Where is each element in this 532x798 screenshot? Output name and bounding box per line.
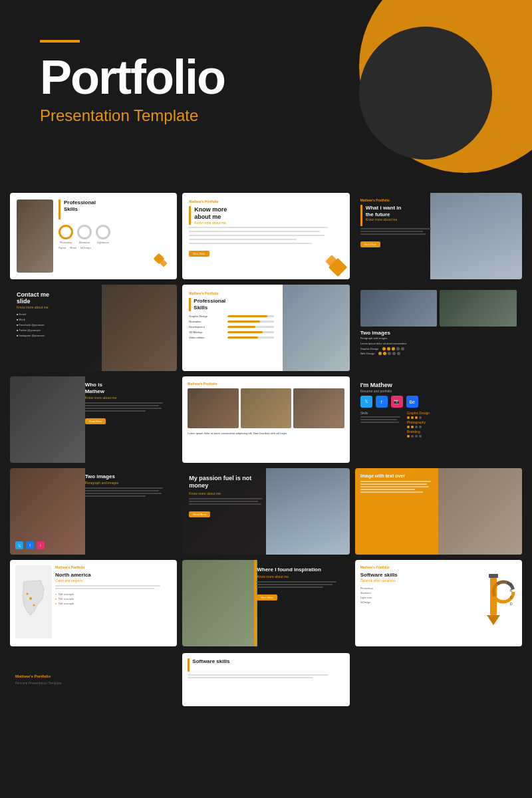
svg-point-2 (29, 597, 32, 600)
slide-bottom-logo[interactable]: Mathew's Portfolio Resume Presentation T… (10, 653, 177, 706)
slide-passion[interactable]: My passion fuel is not money Know more a… (182, 468, 349, 555)
skill-label: Graphic Design (360, 347, 379, 350)
slide-placeholder (355, 653, 522, 706)
slide-content: My passion fuel is not money Know more a… (188, 473, 344, 519)
instagram-icon[interactable]: 📷 (391, 396, 403, 408)
slide-title: My passion fuel is not money (189, 475, 266, 489)
skill-video: Video edition (189, 336, 274, 339)
slide-subtitle: Know more about me (257, 575, 345, 579)
skill-lightroom: Lightroom (360, 596, 464, 599)
behance-icon[interactable]: Bé (406, 396, 418, 408)
slide-logo: Mathew's Portfolio (55, 565, 172, 569)
text-line (55, 588, 154, 589)
slide-two-images-2[interactable]: Two images Paragraph and images 𝕏 f i (10, 468, 177, 555)
read-more-button[interactable]: Read More (85, 418, 106, 424)
slide-photo (10, 376, 85, 463)
contact-work: ■ Work (17, 318, 170, 321)
instagram-icon[interactable]: i (37, 541, 45, 549)
slide-who-is[interactable]: Who isMathew Know more about me Read Mor… (10, 376, 177, 463)
contact-email: ■ Email (17, 313, 170, 316)
slide-subtitle: Know more about me (85, 396, 172, 400)
text-line (189, 231, 320, 232)
slide-north-america[interactable]: Mathew's Portfolio North america Client … (10, 560, 177, 646)
slide-software-skills-2[interactable]: Software skills (182, 653, 349, 706)
skill-label: Web Design (360, 352, 375, 355)
slide-subtitle: Client and projects (55, 579, 172, 583)
slide-professional-skills[interactable]: ProfessionalSkills Photoshop Illustrator… (10, 193, 177, 279)
slide-content: Two images Paragraph and images (85, 473, 172, 498)
slide-content: Where I found inspiration Know more abou… (257, 567, 345, 601)
slide-content: Mathew's Portfolio Software skills Optio… (360, 565, 467, 641)
slide-subtitle: Know more about me (194, 221, 227, 225)
dots-row (378, 352, 400, 355)
slide-image-text[interactable]: Image with text over (355, 468, 522, 555)
tool-label: Figma (59, 246, 66, 249)
twitter-icon[interactable]: 𝕏 (360, 396, 372, 408)
dot (407, 435, 410, 438)
slide-photo (182, 560, 257, 646)
skill-fill (227, 315, 267, 317)
header-content: Portfolio Presentation Template (40, 40, 225, 125)
slide-title: Image with text over (360, 473, 439, 479)
slide-photo (17, 200, 53, 273)
skill-track (227, 315, 274, 317)
slide-subtitle: Know more about me (366, 217, 402, 221)
circle-label: Photoshop (59, 241, 72, 244)
slide-content: Contact meslide Know more about me ■ Ema… (17, 291, 170, 337)
text-line: Lorem ipsum dolor sit amet consectetur (360, 342, 517, 345)
text-line (189, 243, 312, 244)
slide-where-found[interactable]: Where I found inspiration Know more abou… (182, 560, 349, 646)
slide-photo-right (283, 285, 350, 371)
slide-subtitle: Paragraph and images (85, 481, 172, 485)
skill-development: Development (189, 325, 274, 329)
slide-know-more[interactable]: Mathew's Portfolio Know moreabout me Kno… (182, 193, 349, 279)
text-line (360, 228, 431, 229)
graphic-design-label: Graphic Design (407, 411, 430, 415)
slide-title: Where I found inspiration (257, 567, 345, 573)
skill-illustration: Illustration (189, 320, 274, 323)
read-more-button[interactable]: Read More (189, 511, 210, 517)
text-line (189, 227, 327, 228)
slide-future[interactable]: Mathew's Portfolio What i want inthe fut… (355, 193, 522, 279)
skill-label: Illustration (189, 320, 225, 323)
skill-track (227, 326, 274, 328)
next-slide-button[interactable]: Next Slide (189, 251, 209, 257)
text-line (189, 501, 258, 502)
slide-content: Mathew's Portfolio ProfessionalSkills Gr… (189, 291, 277, 339)
skill-photoshop: Photoshop (360, 587, 464, 590)
slide-professional-skills-2[interactable]: Mathew's Portfolio ProfessionalSkills Gr… (182, 285, 349, 371)
text-line (360, 481, 431, 482)
slide-logo: Mathew's Portfolio (189, 291, 274, 295)
slide-contact[interactable]: Contact meslide Know more about me ■ Ema… (10, 285, 177, 371)
next-slide-button[interactable]: Next Slide (360, 241, 380, 247)
accent-bar (188, 658, 190, 672)
social-icons: 𝕏 f 📷 Bé (360, 396, 517, 408)
slide-two-images[interactable]: Two images Paragraph and images Lorem ip… (355, 285, 522, 371)
dots-row (382, 347, 404, 350)
slide-software-skills[interactable]: Mathew's Portfolio Software skills Optio… (355, 560, 522, 646)
accent-divider (254, 560, 257, 646)
text-line (189, 498, 263, 499)
circle-label: Lightroom (97, 241, 109, 244)
facebook-icon[interactable]: f (26, 541, 34, 549)
text-content (189, 227, 342, 245)
slide-title: ProfessionalSkills (64, 200, 96, 212)
svg-marker-6 (487, 615, 500, 625)
text-line (360, 489, 415, 490)
text-line (360, 419, 397, 420)
next-slide-button[interactable]: Next Slide (257, 595, 277, 600)
text-line (189, 239, 297, 240)
slide-three-images[interactable]: Mathew's Portfolio Lorem ipsum dolor sit… (182, 376, 349, 463)
skills-left: Skills (360, 411, 400, 438)
twitter-icon[interactable]: 𝕏 (15, 541, 23, 549)
facebook-icon[interactable]: f (376, 396, 388, 408)
slide-text: Paragraph and images (360, 336, 517, 340)
slide-im-mathew[interactable]: I'm Mathew Resume and portfolio 𝕏 f 📷 Bé… (355, 376, 522, 463)
header-circle-dark (359, 27, 492, 160)
list-item: ● Title example (55, 593, 172, 596)
slide-title: Two images (85, 473, 172, 479)
header-title: Portfolio (40, 53, 225, 101)
slide-title: Know moreabout me (194, 206, 227, 221)
header-subtitle: Presentation Template (40, 106, 225, 125)
tool-label: InDesign (80, 246, 91, 249)
